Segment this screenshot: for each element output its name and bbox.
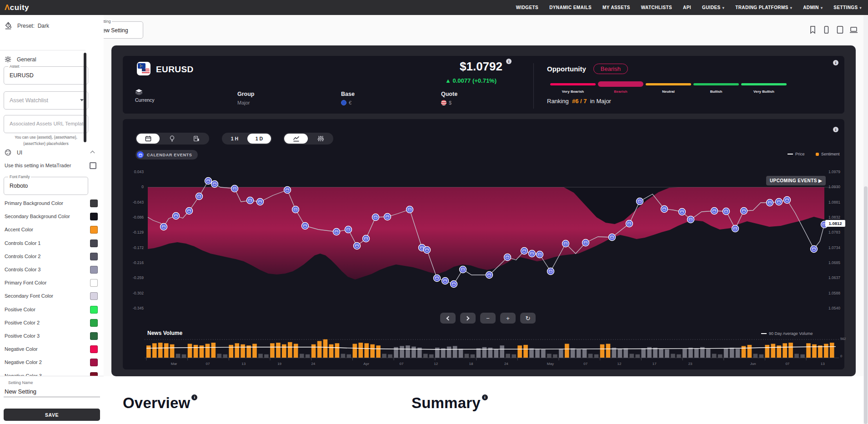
- news-volume-bar[interactable]: [388, 354, 392, 358]
- color-swatch-secondary-font-color[interactable]: [90, 292, 98, 300]
- news-volume-bar[interactable]: [529, 348, 534, 358]
- news-volume-bar[interactable]: [282, 344, 286, 358]
- news-volume-bar[interactable]: [771, 344, 776, 358]
- color-swatch-primary-font-color[interactable]: [90, 279, 98, 287]
- news-volume-bar[interactable]: [688, 348, 693, 358]
- news-volume-bar[interactable]: [748, 345, 752, 358]
- news-volume-bar[interactable]: [182, 354, 186, 358]
- desktop-icon[interactable]: [849, 25, 858, 34]
- news-volume-bar[interactable]: [211, 343, 216, 358]
- news-volume-bar[interactable]: [382, 354, 386, 358]
- tablet-icon[interactable]: [836, 25, 844, 34]
- news-volume-bar[interactable]: [406, 345, 410, 358]
- calendar-events-chip[interactable]: CALENDAR EVENTS: [135, 150, 198, 160]
- news-volume-bar[interactable]: [588, 354, 593, 358]
- news-volume-chart[interactable]: [145, 335, 841, 363]
- color-swatch-positive-color-3[interactable]: [90, 332, 98, 340]
- nav-item-api[interactable]: API: [683, 5, 691, 10]
- news-volume-bar[interactable]: [559, 349, 563, 358]
- price-sentiment-chart[interactable]: 0.0430-0.043-0.086-0.129-0.172-0.216-0.2…: [127, 166, 846, 323]
- calendar-mode-button[interactable]: [136, 134, 160, 144]
- news-volume-bar[interactable]: [636, 354, 640, 358]
- news-volume-bar[interactable]: [783, 343, 787, 358]
- news-volume-bar[interactable]: [477, 348, 481, 358]
- news-volume-bar[interactable]: [624, 348, 628, 358]
- summary-info-icon[interactable]: i: [482, 394, 488, 400]
- news-volume-bar[interactable]: [465, 354, 469, 358]
- news-volume-bar[interactable]: [152, 343, 157, 358]
- news-volume-bar[interactable]: [535, 349, 540, 358]
- news-volume-bar[interactable]: [571, 348, 575, 358]
- asset-field[interactable]: Asset EURUSD: [4, 66, 88, 85]
- news-volume-bar[interactable]: [653, 348, 657, 358]
- news-volume-bar[interactable]: [641, 348, 646, 358]
- news-volume-bar[interactable]: [788, 343, 793, 358]
- news-mode-button[interactable]: [185, 134, 208, 144]
- news-volume-bar[interactable]: [323, 339, 328, 358]
- color-swatch-primary-background-color[interactable]: [90, 200, 98, 207]
- news-volume-bar[interactable]: [258, 354, 263, 358]
- news-volume-bar[interactable]: [329, 344, 334, 358]
- news-volume-bar[interactable]: [276, 343, 281, 358]
- news-volume-bar[interactable]: [411, 347, 416, 358]
- news-volume-bar[interactable]: [547, 354, 552, 358]
- news-volume-bar[interactable]: [441, 348, 446, 358]
- news-volume-bar[interactable]: [753, 354, 758, 358]
- color-swatch-controls-color-1[interactable]: [90, 239, 98, 247]
- news-volume-bar[interactable]: [270, 343, 275, 358]
- news-volume-bar[interactable]: [370, 344, 375, 358]
- opportunity-badge[interactable]: Bearish: [593, 64, 628, 74]
- reset-view-button[interactable]: ↻: [520, 313, 536, 324]
- news-volume-bar[interactable]: [630, 354, 634, 358]
- timeframe-1d-button[interactable]: 1 D: [247, 134, 271, 144]
- news-volume-bar[interactable]: [494, 349, 499, 358]
- bookmark-icon[interactable]: [808, 25, 817, 34]
- news-volume-bar[interactable]: [506, 354, 510, 358]
- color-swatch-positive-color-2[interactable]: [90, 319, 98, 327]
- news-volume-bar[interactable]: [665, 349, 669, 358]
- news-volume-bar[interactable]: [429, 354, 434, 358]
- section-ui[interactable]: UI: [5, 149, 22, 156]
- news-volume-bar[interactable]: [577, 349, 581, 358]
- news-volume-bar[interactable]: [541, 349, 546, 358]
- opportunity-info-icon[interactable]: i: [833, 60, 838, 65]
- news-volume-bar[interactable]: [600, 344, 605, 358]
- news-volume-bar[interactable]: [235, 343, 239, 358]
- news-volume-bar[interactable]: [288, 342, 292, 358]
- nav-item-my-assets[interactable]: MY ASSETS: [602, 5, 630, 10]
- pan-left-button[interactable]: [440, 313, 456, 324]
- news-volume-bar[interactable]: [300, 354, 304, 358]
- acuity-logo[interactable]: Λcuity: [5, 3, 29, 12]
- news-volume-bar[interactable]: [594, 354, 599, 358]
- news-volume-bar[interactable]: [359, 343, 363, 358]
- news-volume-bar[interactable]: [824, 344, 828, 358]
- news-volume-bar[interactable]: [694, 348, 699, 358]
- news-volume-bar[interactable]: [806, 343, 811, 358]
- news-volume-bar[interactable]: [170, 344, 175, 358]
- color-swatch-negative-color-2[interactable]: [90, 359, 98, 366]
- asset-watchlist-select[interactable]: Asset Watchlist: [4, 91, 88, 110]
- news-volume-bar[interactable]: [659, 349, 663, 358]
- sidebar-scrollbar[interactable]: [84, 53, 86, 142]
- color-swatch-positive-color[interactable]: [90, 306, 98, 314]
- news-volume-bar[interactable]: [146, 345, 151, 358]
- news-volume-bar[interactable]: [241, 344, 245, 358]
- color-swatch-secondary-background-color[interactable]: [90, 213, 98, 220]
- news-volume-bar[interactable]: [376, 345, 381, 358]
- news-volume-bar[interactable]: [423, 354, 428, 358]
- news-volume-bar[interactable]: [482, 347, 487, 358]
- metatrader-checkbox[interactable]: [90, 162, 96, 169]
- news-volume-bar[interactable]: [347, 354, 351, 358]
- news-volume-bar[interactable]: [812, 344, 817, 358]
- news-volume-bar[interactable]: [565, 344, 569, 358]
- news-volume-bar[interactable]: [364, 343, 369, 358]
- news-volume-bar[interactable]: [706, 349, 711, 358]
- news-volume-bar[interactable]: [206, 344, 210, 358]
- news-volume-bar[interactable]: [718, 354, 722, 358]
- news-volume-bar[interactable]: [671, 354, 675, 358]
- nav-item-guides[interactable]: GUIDES▾: [702, 5, 724, 10]
- news-volume-bar[interactable]: [317, 341, 322, 358]
- news-volume-bar[interactable]: [158, 343, 163, 358]
- news-volume-bar[interactable]: [459, 349, 463, 358]
- news-volume-bar[interactable]: [818, 345, 823, 358]
